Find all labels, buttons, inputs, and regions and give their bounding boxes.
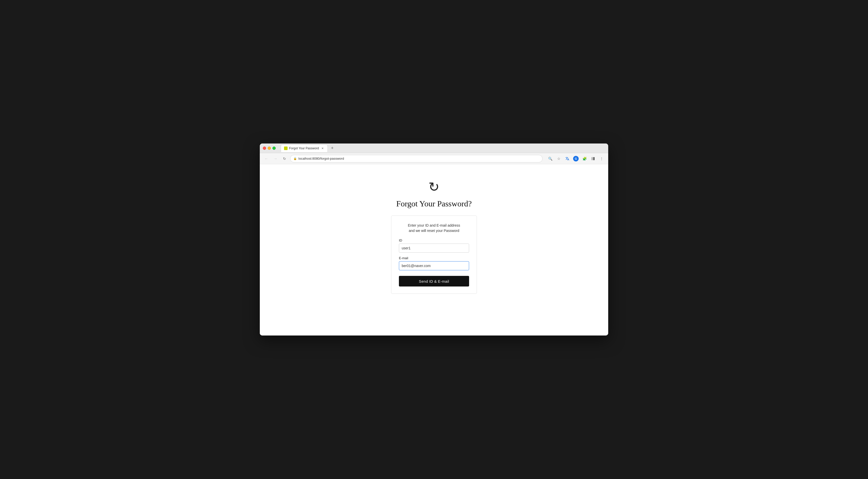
submit-button[interactable]: Send ID & E-mail xyxy=(399,276,469,287)
more-icon[interactable]: ⋮ xyxy=(598,155,605,162)
address-bar: ← → ↻ 🔒 localhost:8080/forgot-password 🔍… xyxy=(260,153,608,164)
close-button[interactable] xyxy=(263,147,266,150)
svg-rect-0 xyxy=(592,157,593,160)
page-title: Forgot Your Password? xyxy=(396,199,472,208)
tab-title: Forgot Your Password xyxy=(289,147,319,150)
email-field-group: E-mail xyxy=(399,256,469,270)
form-card: Enter your ID and E-mail address and we … xyxy=(391,215,477,294)
active-tab[interactable]: Forgot Your Password ✕ xyxy=(281,145,328,152)
title-bar: Forgot Your Password ✕ + xyxy=(260,144,608,153)
tab-close-button[interactable]: ✕ xyxy=(320,146,324,150)
toolbar-icons: 🔍 ☆ G 🧩 ⋮ xyxy=(547,155,605,162)
address-text: localhost:8080/forgot-password xyxy=(299,157,539,160)
search-icon[interactable]: 🔍 xyxy=(547,155,554,162)
profile-icon[interactable]: G xyxy=(572,155,580,162)
new-tab-button[interactable]: + xyxy=(329,145,336,152)
back-button[interactable]: ← xyxy=(263,155,270,162)
reload-button[interactable]: ↻ xyxy=(281,155,288,162)
id-input[interactable] xyxy=(399,243,469,252)
id-label: ID xyxy=(399,239,469,242)
forward-button[interactable]: → xyxy=(272,155,279,162)
profile-avatar: G xyxy=(573,156,579,161)
maximize-button[interactable] xyxy=(272,147,276,150)
extensions-icon[interactable]: 🧩 xyxy=(581,155,588,162)
back-icon: ← xyxy=(265,157,268,161)
form-description: Enter your ID and E-mail address and we … xyxy=(399,223,469,234)
translate-icon[interactable] xyxy=(564,155,571,162)
svg-rect-1 xyxy=(593,157,595,160)
forward-icon: → xyxy=(274,157,277,161)
reload-icon: ↻ xyxy=(283,157,286,161)
traffic-lights xyxy=(263,147,276,150)
email-label: E-mail xyxy=(399,256,469,260)
bookmark-icon[interactable]: ☆ xyxy=(555,155,562,162)
email-input[interactable] xyxy=(399,261,469,270)
sidebar-icon[interactable] xyxy=(590,155,597,162)
address-bar-input[interactable]: 🔒 localhost:8080/forgot-password xyxy=(290,155,542,162)
browser-window: Forgot Your Password ✕ + ← → ↻ 🔒 localho… xyxy=(260,144,608,335)
tab-bar: Forgot Your Password ✕ + xyxy=(281,145,605,152)
minimize-button[interactable] xyxy=(268,147,271,150)
id-field-group: ID xyxy=(399,239,469,252)
lock-icon: 🔒 xyxy=(293,157,297,160)
reset-icon: ↻ xyxy=(429,179,439,194)
tab-favicon xyxy=(284,147,287,150)
page-content: ↻ Forgot Your Password? Enter your ID an… xyxy=(260,164,608,335)
